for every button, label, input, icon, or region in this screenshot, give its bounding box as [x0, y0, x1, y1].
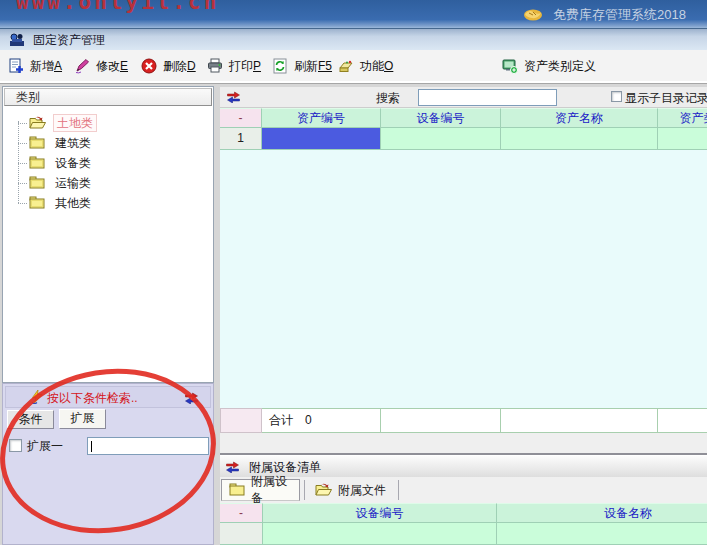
column-header-asset-category[interactable]: 资产类别: [658, 108, 707, 128]
tab-label: 附属文件: [338, 482, 386, 499]
tab-separator: [398, 480, 399, 500]
text-caret: [91, 441, 92, 452]
swap-arrows-icon[interactable]: [184, 392, 199, 407]
add-icon: [8, 58, 24, 74]
tree-item-label: 建筑类: [52, 135, 94, 151]
function-button[interactable]: 功能O: [334, 54, 397, 78]
column-header-asset-name[interactable]: 资产名称: [501, 108, 658, 128]
cell-device-no[interactable]: [263, 523, 497, 545]
website-watermark: www.onlyit.cn: [16, 0, 219, 14]
search-label: 搜索: [376, 90, 400, 107]
total-label: 合计: [269, 413, 293, 427]
refresh-icon: [272, 58, 288, 74]
asset-table-row: 1: [220, 128, 707, 150]
tab-attached-devices[interactable]: 附属设备: [221, 479, 300, 501]
column-header-asset-no[interactable]: 资产编号: [262, 108, 381, 128]
app-window: www.onlyit.cn 免费库存管理系统2018 固定资产管理: [0, 0, 707, 545]
attachment-table-row: [220, 523, 707, 545]
column-header-device-no[interactable]: 设备编号: [263, 503, 497, 523]
system-name-label: 免费库存管理系统2018: [553, 6, 686, 24]
handshake-icon: [522, 5, 544, 26]
swap-arrows-icon[interactable]: [225, 461, 240, 476]
lightning-icon: [30, 390, 44, 404]
folder-open-icon: [315, 482, 332, 499]
filter-tab-extend[interactable]: 扩展: [59, 409, 106, 429]
tree-item-building[interactable]: 建筑类: [3, 133, 213, 153]
total-row: 合计0: [220, 408, 707, 433]
category-panel-header[interactable]: 类别: [4, 88, 212, 106]
row-index-cell[interactable]: 1: [220, 128, 262, 150]
total-empty-cell: [658, 408, 707, 433]
total-empty-cell: [381, 408, 501, 433]
tree-item-label: 其他类: [52, 195, 94, 211]
add-button[interactable]: 新增A: [4, 54, 66, 78]
cell-device-name[interactable]: [497, 523, 707, 545]
column-header-device-name[interactable]: 设备名称: [497, 503, 707, 523]
column-header-index[interactable]: -: [220, 503, 263, 523]
tree-item-land[interactable]: 土地类: [3, 113, 213, 133]
tab-label: 附属设备: [251, 473, 292, 507]
tree-item-label: 运输类: [52, 175, 94, 191]
total-empty-cell: [501, 408, 658, 433]
folder-open-icon: [29, 115, 46, 132]
show-subdir-checkbox[interactable]: [611, 91, 622, 102]
filter-title: 按以下条件检索..: [47, 390, 138, 407]
main-search-bar: 搜索 显示子目录记录: [220, 87, 707, 108]
filter-extend-row: 扩展一: [3, 436, 213, 456]
cell-device-no[interactable]: [381, 128, 501, 150]
swap-arrows-icon[interactable]: [226, 91, 241, 106]
edit-button[interactable]: 修改E: [70, 54, 132, 78]
cell-asset-name[interactable]: [501, 128, 658, 150]
function-icon: [338, 58, 354, 74]
splitter-band[interactable]: [220, 433, 707, 453]
total-value: 0: [305, 413, 312, 427]
tree-item-label: 设备类: [52, 155, 94, 171]
refresh-button-label: 刷新F5: [294, 58, 332, 75]
toolbar: 新增A 修改E 删除D: [0, 50, 707, 84]
tab-separator: [304, 480, 305, 500]
tree-item-label: 土地类: [53, 114, 97, 132]
tree-item-other[interactable]: 其他类: [3, 193, 213, 213]
asset-category-define-button[interactable]: 资产类别定义: [498, 54, 600, 78]
window-icon: [9, 32, 25, 48]
refresh-button[interactable]: 刷新F5: [268, 54, 336, 78]
extend-one-checkbox[interactable]: [9, 439, 22, 452]
print-button[interactable]: 打印P: [203, 54, 265, 78]
asset-table-header: - 资产编号 设备编号 资产名称 资产类别: [220, 108, 707, 128]
total-cell: 合计0: [262, 408, 381, 433]
extend-one-label: 扩展一: [27, 438, 63, 455]
tree-item-equipment[interactable]: 设备类: [3, 153, 213, 173]
folder-icon: [229, 482, 245, 499]
cell-asset-category[interactable]: [658, 128, 707, 150]
table-empty-area[interactable]: [220, 150, 707, 408]
show-subdir-label: 显示子目录记录: [625, 90, 707, 107]
column-header-device-no[interactable]: 设备编号: [381, 108, 501, 128]
window-title: 固定资产管理: [33, 29, 105, 51]
filter-panel-header: 按以下条件检索..: [5, 386, 211, 408]
row-index-cell[interactable]: [220, 523, 263, 545]
folder-icon: [29, 195, 45, 212]
category-header-label: 类别: [16, 90, 40, 104]
asset-category-define-label: 资产类别定义: [524, 58, 596, 75]
filter-tab-condition[interactable]: 条件: [7, 410, 54, 429]
selected-cell-asset-no[interactable]: [262, 128, 381, 150]
column-header-index[interactable]: -: [220, 108, 262, 128]
search-input[interactable]: [418, 89, 557, 106]
attachment-header-bar: 附属设备清单: [220, 455, 707, 477]
attachment-tabs: 附属设备 附属文件: [220, 477, 707, 503]
extend-one-input[interactable]: [87, 437, 209, 455]
filter-tab-label: 扩展: [71, 411, 95, 425]
folder-icon: [29, 155, 45, 172]
folder-icon: [29, 175, 45, 192]
attachment-table-header: - 设备编号 设备名称: [220, 503, 707, 523]
delete-icon: [141, 58, 157, 74]
print-button-label: 打印P: [229, 58, 261, 75]
delete-button-label: 删除D: [163, 58, 196, 75]
function-button-label: 功能O: [360, 58, 393, 75]
folder-icon: [29, 135, 45, 152]
tree-item-transport[interactable]: 运输类: [3, 173, 213, 193]
filter-panel: 按以下条件检索.. 条件 扩展 扩展一: [2, 383, 214, 545]
tab-attached-files[interactable]: 附属文件: [308, 479, 396, 501]
delete-button[interactable]: 删除D: [137, 54, 200, 78]
add-button-label: 新增A: [30, 58, 62, 75]
